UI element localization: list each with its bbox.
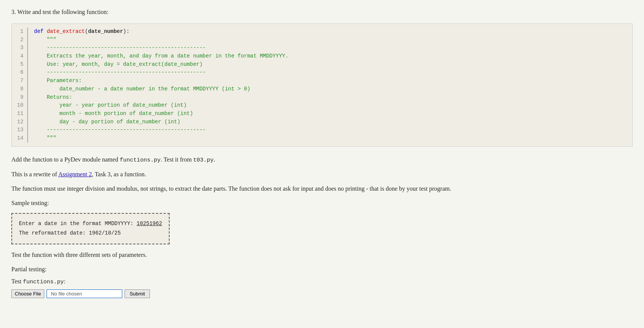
code-content: def date_extract(date_number): """ -----…: [28, 28, 295, 143]
task-heading: 3. Write and test the following function…: [11, 8, 633, 17]
test-functions-code: functions.py: [23, 279, 64, 285]
desc1-code2: t03.py: [193, 157, 214, 163]
test-post: :: [64, 278, 65, 284]
test-pre: Test: [11, 278, 23, 284]
sample-input-value: 10251962: [137, 221, 162, 227]
partial-testing-label: Partial testing:: [11, 265, 633, 274]
description1: Add the function to a PyDev module named…: [11, 155, 633, 165]
desc1-pre: Add the function to a PyDev module named: [11, 156, 120, 163]
submit-button[interactable]: Submit: [125, 289, 150, 298]
desc2-post: , Task 3, as a function.: [92, 171, 146, 177]
file-upload-row: Choose File No file chosen Submit: [11, 289, 633, 298]
description2: This is a rewrite of Assignment 2, Task …: [11, 170, 633, 179]
sample-line1: Enter a date in the format MMDDYYYY: 102…: [19, 219, 162, 229]
assignment2-link[interactable]: Assignment 2: [58, 171, 92, 177]
sample-prompt: Enter a date in the format MMDDYYYY:: [19, 221, 137, 227]
sample-line2: The reformatted date: 1962/10/25: [19, 229, 162, 238]
desc2-pre: This is a rewrite of: [11, 171, 58, 177]
sample-box: Enter a date in the format MMDDYYYY: 102…: [11, 213, 170, 244]
test-three-sets: Test the function with three different s…: [11, 250, 633, 260]
test-functions-line: Test functions.py:: [11, 277, 633, 287]
desc1-post: .: [214, 156, 215, 163]
choose-file-button[interactable]: Choose File: [11, 289, 44, 298]
sample-testing-label: Sample testing:: [11, 199, 633, 208]
desc1-code1: functions.py: [120, 157, 161, 163]
code-block: 1 2 3 4 5 6 7 8 9 10 11 12 13 14 def dat…: [11, 23, 633, 147]
desc1-mid: . Test it from: [161, 156, 193, 163]
line-numbers: 1 2 3 4 5 6 7 8 9 10 11 12 13 14: [12, 28, 28, 143]
description3: The function must use integer division a…: [11, 184, 633, 193]
file-name-display: No file chosen: [47, 289, 122, 298]
